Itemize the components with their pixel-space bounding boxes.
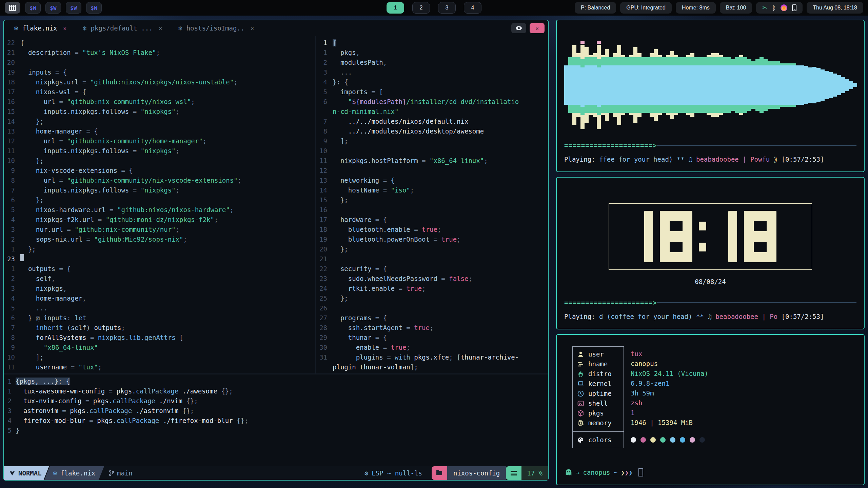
fetch-row-uptime: uptime — [573, 389, 624, 399]
color-dot — [640, 437, 646, 443]
tab-close-icon[interactable]: ✕ — [251, 25, 254, 32]
launcher-button[interactable] — [5, 2, 20, 14]
fetch-label: hname — [588, 359, 608, 369]
terminal-clock[interactable]: 08/08/24 =====================> Playing:… — [556, 177, 865, 329]
fetch-row-shell: shell — [573, 399, 624, 408]
code-line: 16 — [316, 205, 548, 215]
statusline: NORMAL ❄ flake.nix main ⚙ LSP ~ null-ls … — [4, 466, 548, 480]
statusline-right: ⚙ LSP ~ null-ls nixos-config 17 % — [364, 466, 548, 480]
fetch-row-pkgs: pkgs — [573, 408, 624, 418]
lsp-segment: ⚙ LSP ~ null-ls — [364, 469, 422, 477]
workspace-button[interactable]: $W — [45, 2, 61, 14]
code-line: 7 inherit (self) outputs; — [4, 323, 315, 333]
terminal-cursor — [638, 468, 643, 476]
color-dot — [660, 437, 666, 443]
code-line: 18 bluetooth.enable = true; — [316, 225, 548, 235]
code-line: 25 }; — [316, 293, 548, 303]
code-line: 6 }; — [4, 195, 315, 205]
tag-button-3[interactable]: 3 — [438, 2, 456, 14]
editor-tab[interactable]: ❄pkgs/default ...✕ — [83, 24, 162, 32]
palette-icon — [577, 436, 584, 444]
code-line: 11 nixpkgs.hostPlatform = "x86_64-linux"… — [316, 156, 548, 166]
folder-icon — [436, 471, 442, 475]
editor-tab[interactable]: ❄flake.nix✕ — [14, 24, 66, 32]
prompt-path: ~ — [614, 469, 617, 476]
editor-tabline: ❄flake.nix✕❄pkgs/default ...✕❄hosts/isoI… — [4, 20, 548, 36]
fetch-values: tuxcanopusNixOS 24.11 (Vicuna)6.9.8-zen1… — [631, 346, 708, 448]
code-line: 15 inputs.nixpkgs.follows = "nixpkgs"; — [4, 107, 315, 117]
fetch-value-kernel: 6.9.8-zen1 — [631, 379, 708, 388]
code-line: 8 url = "github:nix-community/nix-vscode… — [4, 176, 315, 185]
code-line: 15 }; — [316, 195, 548, 205]
clock-digit — [744, 211, 776, 262]
code-line: 23 — [4, 254, 315, 264]
eye-button[interactable] — [511, 23, 526, 33]
branch-label: main — [117, 469, 133, 477]
workspace-group: $W$W$W$W — [5, 2, 102, 14]
clock-digit — [728, 211, 737, 262]
topbar-clock: Thu Aug 08, 18:18 — [813, 5, 857, 11]
gear-icon: ⚙ — [364, 469, 368, 477]
color-dot — [690, 437, 695, 443]
fetch-row-user: user — [573, 349, 624, 359]
code-line: 1{ — [316, 38, 548, 48]
penguin-icon — [577, 370, 584, 378]
code-line: 4 firefox-mod-blur = pkgs.callPackage ./… — [4, 416, 548, 426]
fetch-row-memory: memory — [573, 418, 624, 428]
fetch-label: pkgs — [588, 408, 604, 418]
shell-prompt[interactable]: → canopus ~ ❯❯❯ — [565, 468, 643, 476]
chip-icon — [577, 420, 584, 427]
editor-tab[interactable]: ❄hosts/isoImag..✕ — [178, 24, 254, 32]
code-line: 1 pkgs, — [316, 48, 548, 58]
clock-digit — [644, 211, 653, 262]
code-line: 8 forAllSystems = nixpkgs.lib.genAttrs [ — [4, 333, 315, 343]
clock-digits — [644, 211, 776, 262]
editor-pane-pkgs[interactable]: 1{pkgs, ...}: {1 tux-awesome-wm-config =… — [4, 374, 548, 466]
code-line: 18 nixpkgs.url = "github:nixos/nixpkgs/n… — [4, 77, 315, 87]
clock-icon — [577, 390, 584, 397]
terminal-fetch[interactable]: userhnamedistrokerneluptimeshellpkgsmemo… — [556, 334, 865, 485]
fetch-label: kernel — [588, 379, 612, 389]
fetch-label: user — [588, 349, 604, 359]
bluetooth-icon: ᛒ — [772, 4, 776, 12]
code-line: 7 ../../modules/nixos/default.nix — [316, 117, 548, 126]
color-dot — [699, 437, 705, 443]
code-line: 10 — [316, 146, 548, 156]
status-pill: P: Balanced — [575, 2, 616, 14]
clock-pill: Thu Aug 08, 18:18 — [807, 2, 863, 14]
workspace-button[interactable]: $W — [66, 2, 81, 14]
tab-close-icon[interactable]: ✕ — [159, 25, 162, 32]
code-line: 19 bluetooth.powerOnBoot = true; — [316, 235, 548, 244]
code-line: 1{pkgs, ...}: { — [4, 377, 548, 386]
code-line: 3 nixpkgs, — [4, 284, 315, 293]
code-line: 9 "x86_64-linux" — [4, 343, 315, 352]
code-line: plugin thunar-volman]; — [316, 362, 548, 372]
progress-segment: 17 % — [521, 466, 548, 480]
code-line: 13 networking = { — [316, 176, 548, 185]
tag-button-4[interactable]: 4 — [464, 2, 481, 14]
workspace-button[interactable]: $W — [86, 2, 102, 14]
terminal-fetch-content: userhnamedistrokerneluptimeshellpkgsmemo… — [557, 335, 864, 485]
tag-button-1[interactable]: 1 — [387, 2, 404, 14]
code-line: 20 }; — [316, 244, 548, 254]
window-close-button[interactable]: ✕ — [530, 23, 545, 33]
editor-area: 22{21 description = "tux's NixOS Flake";… — [4, 36, 548, 466]
eye-icon — [516, 26, 522, 30]
divider-arrow: =====================> — [564, 142, 657, 149]
fetch-row-colors: colors — [573, 435, 624, 445]
clock-digit — [698, 211, 707, 262]
tab-label: flake.nix — [22, 24, 57, 32]
tray-pill[interactable]: ✂ ᛒ — [756, 2, 803, 14]
ghost-icon — [565, 469, 572, 476]
code-line: 14 }; — [4, 117, 315, 126]
code-line: 2 modulesPath, — [316, 58, 548, 67]
file-label: flake.nix — [60, 469, 95, 477]
tag-button-2[interactable]: 2 — [412, 2, 430, 14]
tab-close-icon[interactable]: ✕ — [63, 25, 66, 32]
editor-pane-iso[interactable]: 1{1 pkgs,2 modulesPath,3 ...4}: {5 impor… — [316, 36, 548, 373]
code-line: 10 }; — [4, 156, 315, 166]
code-line: 9 nix-vscode-extensions = { — [4, 166, 315, 176]
terminal-cava[interactable]: =====================> Playing: ffee for… — [556, 20, 865, 172]
editor-pane-flake[interactable]: 22{21 description = "tux's NixOS Flake";… — [4, 36, 315, 373]
workspace-button[interactable]: $W — [25, 2, 41, 14]
